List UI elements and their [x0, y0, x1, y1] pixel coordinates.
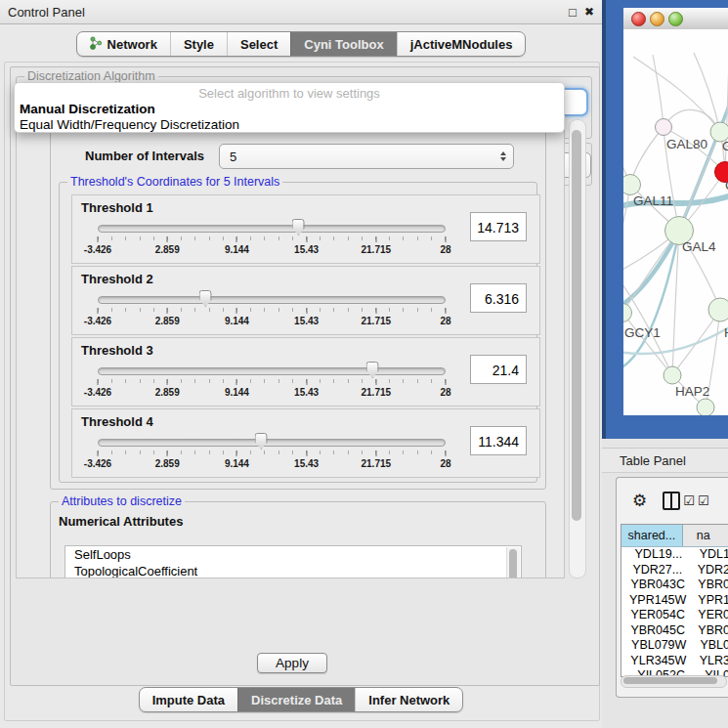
checkbox-icon[interactable]: ☑: [698, 494, 709, 507]
network-node-gal11[interactable]: [623, 175, 641, 195]
column-header-shared-name[interactable]: shared...: [621, 525, 683, 546]
slider-major-tick: [98, 450, 99, 456]
slider-track[interactable]: [98, 367, 446, 375]
columns-icon[interactable]: [663, 492, 680, 510]
network-canvas[interactable]: GAL80GACGAL11GAL4GCY1HHAP2: [623, 29, 728, 415]
attribute-item[interactable]: SelfLoops: [65, 546, 521, 563]
control-panel-titlebar: Control Panel □ ✖: [0, 0, 602, 24]
table-cell[interactable]: YBR0: [694, 623, 728, 639]
slider-track[interactable]: [98, 439, 446, 447]
threshold-2-slider[interactable]: -3.4262.8599.14415.4321.71528: [98, 292, 446, 331]
gear-icon[interactable]: ⚙: [632, 492, 647, 509]
attributes-scrollbar[interactable]: [506, 547, 520, 578]
slider-track[interactable]: [98, 225, 446, 233]
slider-tick-label: 9.144: [225, 458, 249, 469]
table-cell[interactable]: YDL19...: [621, 547, 696, 563]
threshold-2-value[interactable]: 6.316: [470, 283, 527, 313]
table-row[interactable]: YPR145WYPR1: [621, 593, 728, 609]
table-cell[interactable]: YBL0: [696, 638, 728, 654]
table-row[interactable]: YDL19...YDL1: [621, 547, 728, 563]
dropdown-option-equal-width-frequency[interactable]: Equal Width/Frequency Discretization: [15, 117, 564, 133]
control-panel-title: Control Panel: [8, 5, 85, 20]
threshold-3-slider[interactable]: -3.4262.8599.14415.4321.71528: [98, 364, 446, 403]
table-cell[interactable]: YLR3: [696, 654, 728, 669]
table-cell[interactable]: YPR145W: [621, 593, 694, 609]
slider-major-tick: [236, 308, 237, 314]
network-edge[interactable]: [623, 313, 672, 375]
network-node-label: GCY1: [624, 325, 661, 340]
network-node[interactable]: [697, 399, 714, 415]
attribute-item[interactable]: TopologicalCoefficient: [65, 563, 521, 578]
tab-style[interactable]: Style: [170, 32, 227, 56]
table-row[interactable]: YBL079WYBL0: [621, 638, 728, 654]
network-edge[interactable]: [653, 55, 664, 127]
threshold-3-value[interactable]: 21.4: [470, 355, 527, 384]
dropdown-placeholder: Select algorithm to view settings: [15, 85, 564, 102]
settings-scrollbar-thumb[interactable]: [572, 130, 581, 521]
table-cell[interactable]: YER0: [694, 608, 728, 623]
zoom-traffic-light-icon[interactable]: [668, 12, 683, 26]
slider-thumb[interactable]: [366, 362, 379, 378]
settings-scrollbar[interactable]: [569, 119, 586, 578]
table-cell[interactable]: YER054C: [621, 608, 694, 623]
threshold-3-panel: Threshold 3 -3.4262.8599.14415.4321.7152…: [71, 337, 540, 407]
table-cell[interactable]: YBL079W: [621, 638, 696, 654]
threshold-1-slider[interactable]: -3.4262.8599.14415.4321.71528: [98, 221, 446, 260]
tab-cyni-toolbox[interactable]: Cyni Toolbox: [290, 32, 396, 56]
slider-tick-label: 2.859: [155, 316, 180, 326]
table-row[interactable]: YBR043CYBR0: [621, 578, 728, 593]
table-cell[interactable]: YBR045C: [621, 623, 694, 639]
network-node-gal80[interactable]: [656, 119, 672, 136]
table-horizontal-scrollbar-thumb[interactable]: [623, 677, 717, 684]
slider-track[interactable]: [98, 296, 446, 304]
table-cell[interactable]: YDL1: [696, 547, 728, 563]
table-row[interactable]: YER054CYER0: [621, 608, 728, 623]
slider-major-tick: [375, 236, 376, 242]
table-cell[interactable]: YLR345W: [621, 654, 696, 669]
slider-thumb[interactable]: [255, 433, 268, 450]
network-node-label: GAL4: [682, 239, 716, 254]
threshold-1-value[interactable]: 14.713: [470, 212, 527, 241]
minimize-traffic-light-icon[interactable]: [650, 12, 664, 26]
table-panel-toolbar: ⚙ ☑ ☑: [617, 478, 728, 523]
float-icon[interactable]: □: [569, 6, 577, 19]
tab-discretize-data[interactable]: Discretize Data: [237, 688, 355, 711]
table-row[interactable]: YBR045CYBR0: [621, 623, 728, 639]
table-cell[interactable]: YDR27...: [621, 563, 694, 578]
tab-network[interactable]: Network: [77, 32, 170, 56]
network-node-gcy1[interactable]: [623, 304, 632, 322]
slider-tick-label: -3.426: [84, 387, 111, 398]
table-horizontal-scrollbar[interactable]: [621, 675, 727, 688]
numerical-attributes-list[interactable]: SelfLoopsTopologicalCoefficientBetweenne…: [64, 545, 522, 578]
network-edge[interactable]: [633, 57, 720, 132]
table-row[interactable]: YDR27...YDR2: [621, 563, 728, 578]
tab-select[interactable]: Select: [227, 32, 290, 56]
table-cell[interactable]: YDR2: [694, 563, 728, 578]
network-node-h[interactable]: [708, 298, 728, 321]
attributes-scrollbar-thumb[interactable]: [509, 549, 517, 578]
slider-thumb[interactable]: [199, 290, 212, 307]
slider-major-tick: [446, 236, 447, 242]
network-edge[interactable]: [679, 84, 728, 231]
slider-major-tick: [306, 379, 307, 385]
checkbox-icon[interactable]: ☑: [683, 494, 695, 507]
threshold-4-value[interactable]: 11.344: [470, 426, 527, 455]
tab-impute-data[interactable]: Impute Data: [140, 688, 237, 711]
dropdown-option-manual-discretization[interactable]: Manual Discretization: [15, 102, 564, 117]
table-row[interactable]: YLR345WYLR3: [621, 654, 728, 669]
network-edge[interactable]: [694, 53, 720, 132]
number-of-intervals-combobox[interactable]: 5: [219, 144, 514, 169]
table-cell[interactable]: YBR0: [694, 578, 728, 593]
table-cell[interactable]: YBR043C: [621, 578, 694, 593]
close-traffic-light-icon[interactable]: [631, 12, 646, 26]
algorithm-dropdown-popup: Select algorithm to view settings Manual…: [14, 82, 565, 133]
slider-thumb[interactable]: [292, 219, 305, 236]
column-header-name[interactable]: na: [683, 525, 728, 546]
table-cell[interactable]: YPR1: [694, 593, 728, 609]
tab-jactivemnodules[interactable]: jActiveMNodules: [397, 32, 526, 56]
tab-infer-network[interactable]: Infer Network: [355, 688, 462, 711]
threshold-4-slider[interactable]: -3.4262.8599.14415.4321.71528: [98, 435, 446, 474]
close-icon[interactable]: ✖: [584, 6, 594, 18]
apply-button[interactable]: Apply: [257, 653, 327, 673]
network-node-hap2[interactable]: [664, 366, 681, 384]
